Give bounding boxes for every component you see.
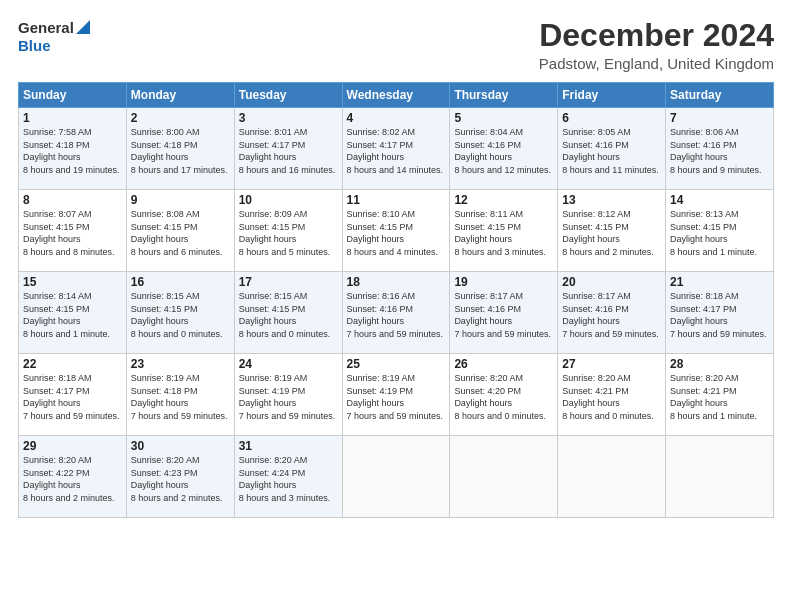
col-header-tuesday: Tuesday (234, 83, 342, 108)
day-number: 4 (347, 111, 446, 125)
calendar-cell (558, 436, 666, 518)
calendar-week-4: 22 Sunrise: 8:18 AM Sunset: 4:17 PM Dayl… (19, 354, 774, 436)
calendar-cell: 14 Sunrise: 8:13 AM Sunset: 4:15 PM Dayl… (666, 190, 774, 272)
day-number: 30 (131, 439, 230, 453)
calendar-cell: 11 Sunrise: 8:10 AM Sunset: 4:15 PM Dayl… (342, 190, 450, 272)
logo: General Blue (18, 18, 90, 55)
calendar-cell: 12 Sunrise: 8:11 AM Sunset: 4:15 PM Dayl… (450, 190, 558, 272)
calendar-cell: 31 Sunrise: 8:20 AM Sunset: 4:24 PM Dayl… (234, 436, 342, 518)
calendar-cell: 8 Sunrise: 8:07 AM Sunset: 4:15 PM Dayli… (19, 190, 127, 272)
day-info: Sunrise: 8:14 AM Sunset: 4:15 PM Dayligh… (23, 291, 110, 339)
day-number: 23 (131, 357, 230, 371)
calendar-cell: 2 Sunrise: 8:00 AM Sunset: 4:18 PM Dayli… (126, 108, 234, 190)
day-info: Sunrise: 8:20 AM Sunset: 4:23 PM Dayligh… (131, 455, 223, 503)
day-number: 6 (562, 111, 661, 125)
calendar-week-5: 29 Sunrise: 8:20 AM Sunset: 4:22 PM Dayl… (19, 436, 774, 518)
day-number: 2 (131, 111, 230, 125)
calendar-cell: 28 Sunrise: 8:20 AM Sunset: 4:21 PM Dayl… (666, 354, 774, 436)
location-title: Padstow, England, United Kingdom (539, 55, 774, 72)
calendar-cell: 20 Sunrise: 8:17 AM Sunset: 4:16 PM Dayl… (558, 272, 666, 354)
calendar-cell: 18 Sunrise: 8:16 AM Sunset: 4:16 PM Dayl… (342, 272, 450, 354)
header: General Blue December 2024 Padstow, Engl… (18, 18, 774, 72)
calendar-cell: 3 Sunrise: 8:01 AM Sunset: 4:17 PM Dayli… (234, 108, 342, 190)
day-number: 10 (239, 193, 338, 207)
day-info: Sunrise: 8:08 AM Sunset: 4:15 PM Dayligh… (131, 209, 223, 257)
day-number: 25 (347, 357, 446, 371)
day-number: 9 (131, 193, 230, 207)
col-header-sunday: Sunday (19, 83, 127, 108)
day-info: Sunrise: 8:20 AM Sunset: 4:21 PM Dayligh… (670, 373, 757, 421)
calendar-cell: 29 Sunrise: 8:20 AM Sunset: 4:22 PM Dayl… (19, 436, 127, 518)
calendar-cell: 23 Sunrise: 8:19 AM Sunset: 4:18 PM Dayl… (126, 354, 234, 436)
logo-general: General (18, 20, 74, 37)
day-number: 16 (131, 275, 230, 289)
day-number: 20 (562, 275, 661, 289)
title-block: December 2024 Padstow, England, United K… (539, 18, 774, 72)
day-info: Sunrise: 8:15 AM Sunset: 4:15 PM Dayligh… (131, 291, 223, 339)
day-info: Sunrise: 8:19 AM Sunset: 4:19 PM Dayligh… (347, 373, 444, 421)
calendar-week-1: 1 Sunrise: 7:58 AM Sunset: 4:18 PM Dayli… (19, 108, 774, 190)
day-info: Sunrise: 8:17 AM Sunset: 4:16 PM Dayligh… (562, 291, 659, 339)
day-info: Sunrise: 8:13 AM Sunset: 4:15 PM Dayligh… (670, 209, 757, 257)
day-number: 22 (23, 357, 122, 371)
calendar-cell: 26 Sunrise: 8:20 AM Sunset: 4:20 PM Dayl… (450, 354, 558, 436)
day-info: Sunrise: 8:19 AM Sunset: 4:18 PM Dayligh… (131, 373, 228, 421)
day-number: 18 (347, 275, 446, 289)
calendar-header-row: SundayMondayTuesdayWednesdayThursdayFrid… (19, 83, 774, 108)
day-info: Sunrise: 8:10 AM Sunset: 4:15 PM Dayligh… (347, 209, 439, 257)
day-number: 3 (239, 111, 338, 125)
col-header-thursday: Thursday (450, 83, 558, 108)
page: General Blue December 2024 Padstow, Engl… (0, 0, 792, 612)
day-info: Sunrise: 8:01 AM Sunset: 4:17 PM Dayligh… (239, 127, 336, 175)
calendar-week-3: 15 Sunrise: 8:14 AM Sunset: 4:15 PM Dayl… (19, 272, 774, 354)
svg-marker-0 (76, 20, 90, 34)
day-number: 21 (670, 275, 769, 289)
day-info: Sunrise: 8:16 AM Sunset: 4:16 PM Dayligh… (347, 291, 444, 339)
col-header-monday: Monday (126, 83, 234, 108)
day-info: Sunrise: 8:11 AM Sunset: 4:15 PM Dayligh… (454, 209, 546, 257)
day-number: 28 (670, 357, 769, 371)
calendar-cell: 24 Sunrise: 8:19 AM Sunset: 4:19 PM Dayl… (234, 354, 342, 436)
day-number: 24 (239, 357, 338, 371)
col-header-friday: Friday (558, 83, 666, 108)
calendar-cell (342, 436, 450, 518)
logo-blue: Blue (18, 38, 51, 55)
calendar-cell: 16 Sunrise: 8:15 AM Sunset: 4:15 PM Dayl… (126, 272, 234, 354)
calendar-cell: 27 Sunrise: 8:20 AM Sunset: 4:21 PM Dayl… (558, 354, 666, 436)
day-info: Sunrise: 8:15 AM Sunset: 4:15 PM Dayligh… (239, 291, 331, 339)
day-number: 19 (454, 275, 553, 289)
day-number: 13 (562, 193, 661, 207)
day-info: Sunrise: 7:58 AM Sunset: 4:18 PM Dayligh… (23, 127, 120, 175)
day-info: Sunrise: 8:20 AM Sunset: 4:22 PM Dayligh… (23, 455, 115, 503)
day-info: Sunrise: 8:19 AM Sunset: 4:19 PM Dayligh… (239, 373, 336, 421)
col-header-wednesday: Wednesday (342, 83, 450, 108)
day-info: Sunrise: 8:07 AM Sunset: 4:15 PM Dayligh… (23, 209, 115, 257)
calendar-cell: 6 Sunrise: 8:05 AM Sunset: 4:16 PM Dayli… (558, 108, 666, 190)
day-info: Sunrise: 8:09 AM Sunset: 4:15 PM Dayligh… (239, 209, 331, 257)
calendar-table: SundayMondayTuesdayWednesdayThursdayFrid… (18, 82, 774, 518)
day-number: 14 (670, 193, 769, 207)
day-info: Sunrise: 8:02 AM Sunset: 4:17 PM Dayligh… (347, 127, 444, 175)
day-info: Sunrise: 8:18 AM Sunset: 4:17 PM Dayligh… (23, 373, 120, 421)
calendar-cell: 5 Sunrise: 8:04 AM Sunset: 4:16 PM Dayli… (450, 108, 558, 190)
day-number: 27 (562, 357, 661, 371)
calendar-cell: 25 Sunrise: 8:19 AM Sunset: 4:19 PM Dayl… (342, 354, 450, 436)
day-info: Sunrise: 8:04 AM Sunset: 4:16 PM Dayligh… (454, 127, 551, 175)
calendar-cell: 30 Sunrise: 8:20 AM Sunset: 4:23 PM Dayl… (126, 436, 234, 518)
day-info: Sunrise: 8:17 AM Sunset: 4:16 PM Dayligh… (454, 291, 551, 339)
day-info: Sunrise: 8:18 AM Sunset: 4:17 PM Dayligh… (670, 291, 767, 339)
calendar-week-2: 8 Sunrise: 8:07 AM Sunset: 4:15 PM Dayli… (19, 190, 774, 272)
calendar-cell: 9 Sunrise: 8:08 AM Sunset: 4:15 PM Dayli… (126, 190, 234, 272)
calendar-cell (666, 436, 774, 518)
calendar-cell: 21 Sunrise: 8:18 AM Sunset: 4:17 PM Dayl… (666, 272, 774, 354)
day-number: 17 (239, 275, 338, 289)
calendar-cell (450, 436, 558, 518)
day-number: 1 (23, 111, 122, 125)
calendar-cell: 22 Sunrise: 8:18 AM Sunset: 4:17 PM Dayl… (19, 354, 127, 436)
day-number: 8 (23, 193, 122, 207)
day-info: Sunrise: 8:20 AM Sunset: 4:21 PM Dayligh… (562, 373, 654, 421)
calendar-cell: 4 Sunrise: 8:02 AM Sunset: 4:17 PM Dayli… (342, 108, 450, 190)
day-number: 7 (670, 111, 769, 125)
day-number: 12 (454, 193, 553, 207)
calendar-cell: 15 Sunrise: 8:14 AM Sunset: 4:15 PM Dayl… (19, 272, 127, 354)
